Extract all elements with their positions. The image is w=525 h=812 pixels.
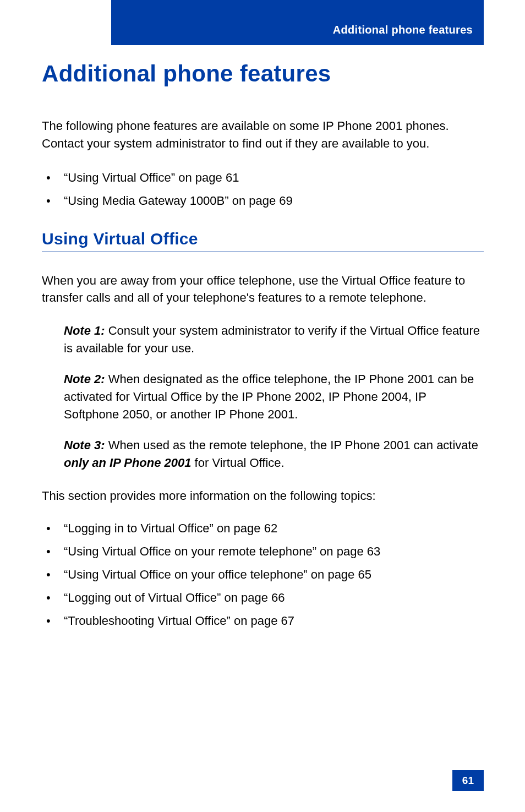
note-text-before: When used as the remote telephone, the I… bbox=[105, 438, 478, 452]
page-title: Additional phone features bbox=[42, 61, 484, 87]
page-content: Additional phone features The following … bbox=[42, 61, 484, 650]
sub-bullet-list: “Logging in to Virtual Office” on page 6… bbox=[42, 520, 484, 629]
section-heading: Using Virtual Office bbox=[42, 230, 484, 252]
section-paragraph: When you are away from your office telep… bbox=[42, 272, 484, 307]
note-2: Note 2: When designated as the office te… bbox=[64, 370, 484, 423]
note-label: Note 2: bbox=[64, 372, 105, 386]
note-emphasis: only an IP Phone 2001 bbox=[64, 456, 191, 470]
note-text: When designated as the office telephone,… bbox=[64, 372, 474, 421]
notes-block: Note 1: Consult your system administrato… bbox=[64, 322, 484, 471]
list-item: “Using Media Gateway 1000B” on page 69 bbox=[42, 192, 484, 210]
list-item: “Using Virtual Office on your office tel… bbox=[42, 566, 484, 584]
note-text: Consult your system administrator to ver… bbox=[64, 324, 480, 355]
note-text-after: for Virtual Office. bbox=[191, 456, 284, 470]
list-item: “Using Virtual Office on your remote tel… bbox=[42, 543, 484, 560]
note-3: Note 3: When used as the remote telephon… bbox=[64, 437, 484, 472]
list-item: “Logging in to Virtual Office” on page 6… bbox=[42, 520, 484, 537]
list-item: “Using Virtual Office” on page 61 bbox=[42, 169, 484, 187]
intro-paragraph: The following phone features are availab… bbox=[42, 117, 484, 152]
note-label: Note 1: bbox=[64, 324, 105, 337]
list-item: “Logging out of Virtual Office” on page … bbox=[42, 589, 484, 607]
page-number: 61 bbox=[452, 770, 484, 791]
top-bullet-list: “Using Virtual Office” on page 61 “Using… bbox=[42, 169, 484, 210]
note-1: Note 1: Consult your system administrato… bbox=[64, 322, 484, 357]
running-header-text: Additional phone features bbox=[333, 24, 473, 36]
list-item: “Troubleshooting Virtual Office” on page… bbox=[42, 612, 484, 630]
note-label: Note 3: bbox=[64, 438, 105, 452]
page-header: Additional phone features bbox=[116, 0, 484, 45]
header-left-accent bbox=[111, 0, 116, 45]
section-paragraph-2: This section provides more information o… bbox=[42, 487, 484, 505]
